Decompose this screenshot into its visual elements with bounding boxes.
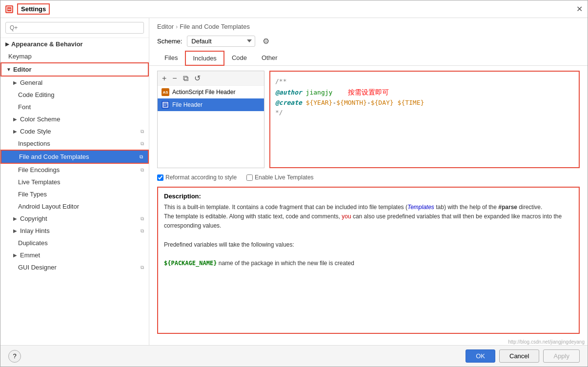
copy-icon: ⧉: [141, 129, 144, 135]
expand-arrow-icon: ▶: [13, 129, 17, 134]
tab-includes[interactable]: Includes: [185, 51, 224, 66]
code-line-2: @author jiangjy 按需设置即可: [275, 87, 574, 98]
breadcrumb: Editor › File and Code Templates: [149, 18, 588, 33]
sidebar-item-label: Font: [18, 103, 31, 111]
sidebar: ▶ Appearance & Behavior Keymap ▼ Editor …: [0, 18, 149, 345]
scheme-select[interactable]: Default Project: [187, 36, 255, 47]
sidebar-item-code-editing[interactable]: Code Editing: [0, 89, 149, 101]
cancel-button[interactable]: Cancel: [499, 349, 539, 363]
apply-button[interactable]: Apply: [543, 349, 580, 363]
desc-variable-line: ${PACKAGE_NAME} name of the package in w…: [164, 259, 573, 268]
sidebar-item-copyright[interactable]: ▶ Copyright ⧉: [0, 212, 149, 225]
sidebar-item-file-encodings[interactable]: File Encodings ⧉: [0, 164, 149, 176]
copy-icon: ⧉: [141, 265, 144, 270]
code-line-4: */: [275, 108, 574, 118]
sidebar-item-label: Android Layout Editor: [18, 203, 79, 210]
sidebar-item-label: Copyright: [20, 215, 47, 222]
templates-italic: Templates: [407, 204, 434, 211]
checkboxes-bar: Reformat according to style Enable Live …: [157, 172, 580, 183]
sidebar-item-label: File and Code Templates: [19, 153, 89, 160]
ok-button[interactable]: OK: [466, 349, 495, 363]
file-header-icon: [162, 101, 169, 109]
sidebar-item-label: Color Scheme: [20, 116, 60, 123]
copy-icon: ⧉: [141, 141, 144, 147]
description-title: Description:: [164, 193, 573, 200]
help-area: ?: [8, 350, 21, 363]
live-templates-checkbox[interactable]: [246, 174, 253, 181]
expand-arrow-icon: ▶: [13, 80, 17, 85]
tab-code[interactable]: Code: [224, 51, 254, 66]
footer: ? OK Cancel Apply: [0, 345, 588, 367]
actionscript-icon: AS: [162, 88, 169, 96]
gear-button[interactable]: ⚙: [260, 35, 272, 47]
sidebar-item-keymap[interactable]: Keymap: [0, 50, 149, 62]
desc-para-2: The template is editable. Along with sta…: [164, 212, 573, 231]
copy-icon: ⧉: [140, 154, 143, 160]
code-line-1: /**: [275, 77, 574, 87]
scheme-label: Scheme:: [157, 38, 182, 45]
sidebar-item-label: General: [20, 79, 42, 86]
expand-arrow-icon: ▶: [13, 216, 17, 221]
scheme-bar: Scheme: Default Project ⚙: [149, 33, 588, 51]
live-templates-checkbox-item: Enable Live Templates: [246, 174, 314, 181]
arrow-icon: ▼: [6, 67, 11, 72]
reset-template-button[interactable]: ↺: [193, 73, 202, 83]
expand-arrow-icon: ▶: [13, 228, 17, 233]
sidebar-item-general[interactable]: ▶ General: [0, 77, 149, 89]
sidebar-item-label: Emmet: [20, 251, 40, 259]
help-button[interactable]: ?: [8, 350, 21, 363]
arrow-icon: ▶: [5, 41, 9, 47]
package-name-desc: name of the package in which the new fil…: [219, 260, 354, 267]
reformat-checkbox[interactable]: [157, 174, 163, 181]
expand-arrow-icon: ▶: [13, 116, 17, 122]
code-editor[interactable]: /** @author jiangjy 按需设置即可 @create ${YEA…: [269, 71, 580, 168]
remove-template-button[interactable]: −: [171, 74, 178, 83]
template-list-item-file-header[interactable]: File Header: [158, 98, 264, 111]
sidebar-item-emmet[interactable]: ▶ Emmet: [0, 249, 149, 261]
sidebar-item-inspections[interactable]: Inspections ⧉: [0, 137, 149, 150]
sidebar-item-label: Inspections: [18, 140, 50, 147]
sidebar-item-duplicates[interactable]: Duplicates: [0, 237, 149, 249]
sidebar-item-label: Editor: [13, 66, 32, 73]
app-icon: [5, 5, 13, 13]
parse-bold: #parse: [498, 204, 517, 211]
tab-files[interactable]: Files: [157, 51, 185, 66]
right-panel: Editor › File and Code Templates Scheme:…: [149, 18, 588, 345]
sidebar-item-inlay-hints[interactable]: ▶ Inlay Hints ⧉: [0, 225, 149, 237]
sidebar-item-label: GUI Designer: [18, 264, 57, 271]
add-template-button[interactable]: +: [161, 74, 168, 83]
tab-other[interactable]: Other: [254, 51, 285, 66]
sidebar-item-color-scheme[interactable]: ▶ Color Scheme: [0, 113, 149, 125]
sidebar-item-label: Inlay Hints: [20, 227, 50, 234]
sidebar-item-editor[interactable]: ▼ Editor: [0, 62, 149, 77]
sidebar-item-label: File Encodings: [18, 166, 60, 174]
dialog-title: Settings: [17, 3, 50, 15]
sidebar-item-live-templates[interactable]: Live Templates: [0, 176, 149, 188]
search-input[interactable]: [5, 22, 144, 34]
copy-template-button[interactable]: ⧉: [182, 74, 190, 83]
template-list-item-actionscript[interactable]: AS ActionScript File Header: [158, 86, 264, 98]
sidebar-item-file-and-code-templates[interactable]: File and Code Templates ⧉: [0, 150, 149, 164]
breadcrumb-current: File and Code Templates: [180, 23, 250, 30]
sidebar-item-gui-designer[interactable]: GUI Designer ⧉: [0, 261, 149, 273]
copy-icon: ⧉: [141, 167, 144, 173]
you-highlight: you: [342, 213, 351, 220]
template-item-label: File Header: [172, 101, 203, 108]
sidebar-item-label: Code Editing: [18, 91, 54, 98]
svg-rect-2: [163, 102, 168, 107]
code-line-3: @create ${YEAR}-${MONTH}-${DAY} ${TIME}: [275, 98, 574, 108]
sidebar-item-appearance[interactable]: ▶ Appearance & Behavior: [0, 38, 149, 50]
close-button[interactable]: ✕: [576, 4, 583, 14]
sidebar-item-label: Live Templates: [18, 178, 60, 186]
top-section: + − ⧉ ↺ AS ActionScript File Header: [157, 71, 580, 168]
url-bar: http://blog.csdn.net/jiangjingdeyang: [149, 339, 588, 345]
reformat-label: Reformat according to style: [165, 174, 237, 181]
sidebar-item-android-layout-editor[interactable]: Android Layout Editor: [0, 200, 149, 212]
tabs-bar: Files Includes Code Other: [149, 51, 588, 66]
sidebar-item-font[interactable]: Font: [0, 101, 149, 113]
copy-icon: ⧉: [141, 216, 144, 222]
sidebar-item-file-types[interactable]: File Types: [0, 188, 149, 200]
sidebar-item-code-style[interactable]: ▶ Code Style ⧉: [0, 125, 149, 137]
expand-arrow-icon: ▶: [13, 252, 17, 258]
package-name-var: ${PACKAGE_NAME}: [164, 260, 217, 267]
